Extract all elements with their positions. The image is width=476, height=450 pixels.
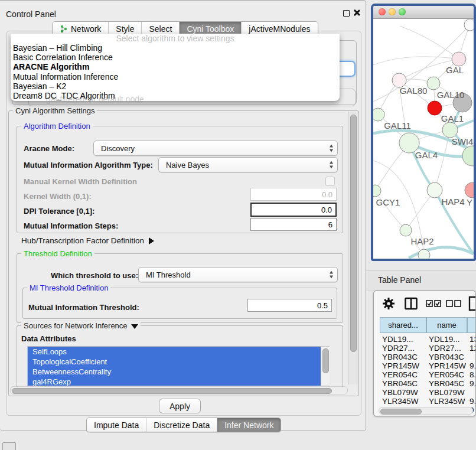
network-node-swi4[interactable] bbox=[442, 122, 458, 138]
table-row[interactable]: YER054CYER054C8. bbox=[380, 370, 476, 379]
hub-definition-toggle[interactable]: Hub/Transcription Factor Definition bbox=[21, 236, 154, 245]
dpi-tolerance-field[interactable]: 0.0 bbox=[250, 203, 337, 217]
minimize-traffic-light-icon[interactable] bbox=[389, 8, 396, 15]
mi-type-label: Mutual Information Algorithm Type: bbox=[24, 161, 153, 169]
table-cell: YPR145W bbox=[429, 361, 466, 370]
table-cell: YDL19... bbox=[429, 335, 466, 344]
table-row[interactable]: YPR145WYPR145W9. bbox=[380, 361, 476, 370]
network-edge[interactable] bbox=[400, 26, 459, 59]
network-window-titlebar[interactable] bbox=[373, 6, 474, 19]
algorithm-option-aracne-algorithm[interactable]: ARACNE Algorithm bbox=[11, 62, 340, 71]
node-label: GAL bbox=[446, 65, 464, 75]
algorithm-option-bayesian-k2[interactable]: Bayesian – K2 bbox=[11, 81, 340, 91]
network-node[interactable] bbox=[462, 146, 474, 166]
algorithm-dropdown-list: Select algorithm to view settings Bayesi… bbox=[11, 34, 340, 101]
algorithm-option-bayesian-hill-climbing[interactable]: Bayesian – Hill Climbing bbox=[11, 43, 340, 53]
tab-label: Infer Network bbox=[224, 420, 273, 430]
tab-label: Select bbox=[149, 24, 172, 34]
network-edge[interactable] bbox=[373, 57, 459, 65]
table-row[interactable]: YDR27...YDR27...12 bbox=[380, 344, 476, 353]
tab-label: jActiveMNodules bbox=[249, 24, 310, 34]
sources-title-text: Sources for Network Inference bbox=[24, 321, 128, 330]
tab-impute-data[interactable]: Impute Data bbox=[87, 418, 146, 432]
network-node-gal11[interactable] bbox=[373, 108, 384, 121]
scrollbar-thumb[interactable] bbox=[380, 409, 422, 415]
network-node[interactable] bbox=[464, 19, 474, 31]
kernel-width-field[interactable]: 0.0 bbox=[250, 188, 337, 201]
mi-type-value: Naive Bayes bbox=[166, 161, 209, 169]
mi-type-combo[interactable]: Naive Bayes bbox=[158, 157, 338, 172]
settings-vertical-scrollbar[interactable] bbox=[348, 112, 358, 384]
aracne-mode-combo[interactable]: Discovery bbox=[93, 141, 338, 156]
aracne-mode-value: Discovery bbox=[101, 144, 135, 153]
close-icon[interactable] bbox=[353, 9, 360, 16]
zoom-traffic-light-icon[interactable] bbox=[399, 8, 406, 15]
tab-label: Cyni Toolbox bbox=[187, 24, 234, 34]
tab-infer-network[interactable]: Infer Network bbox=[217, 418, 281, 432]
unchecked-boxes-icon[interactable] bbox=[446, 300, 462, 307]
network-view-window[interactable]: GALGAL80GAL10GAL1SWI4GAL11GAL4GCY1HAP4YH… bbox=[371, 4, 476, 261]
column-header-a[interactable]: A bbox=[467, 317, 476, 333]
table-row[interactable]: YBL079WYBL079W bbox=[380, 388, 476, 397]
apply-button[interactable]: Apply bbox=[159, 399, 201, 413]
close-traffic-light-icon[interactable] bbox=[379, 8, 386, 15]
algorithm-option-basic-correlation-inference[interactable]: Basic Correlation Inference bbox=[11, 53, 340, 62]
float-window-icon[interactable] bbox=[343, 10, 350, 17]
table-row[interactable]: YDL19...YDL19...13 bbox=[380, 335, 476, 344]
mi-threshold-field[interactable]: 0.5 bbox=[247, 299, 332, 312]
network-node-gal[interactable] bbox=[452, 52, 466, 66]
which-threshold-value: MI Threshold bbox=[146, 270, 191, 279]
table-horizontal-scrollbar[interactable] bbox=[379, 407, 473, 415]
tab-label: Discretize Data bbox=[154, 420, 210, 430]
network-node-gcy1[interactable] bbox=[373, 185, 381, 197]
algorithm-option-mutual-information-inference[interactable]: Mutual Information Inference bbox=[11, 72, 340, 81]
table-row[interactable]: YBR045CYBR045C9. bbox=[380, 379, 476, 388]
gear-icon[interactable] bbox=[382, 297, 395, 310]
node-label: HAP4 bbox=[441, 197, 464, 207]
table-cell: YBR043C bbox=[382, 353, 425, 361]
mi-steps-field[interactable]: 6 bbox=[250, 218, 337, 231]
network-node-hap4[interactable] bbox=[427, 182, 442, 198]
table-cell: YPR145W bbox=[382, 361, 425, 370]
network-canvas[interactable]: GALGAL80GAL10GAL1SWI4GAL11GAL4GCY1HAP4YH… bbox=[373, 19, 474, 259]
data-attribute-item[interactable]: BetweennessCentrality bbox=[28, 367, 323, 377]
manual-kernel-checkbox[interactable] bbox=[325, 177, 335, 186]
settings-horizontal-scrollbar[interactable] bbox=[10, 386, 348, 394]
scrollbar-thumb[interactable] bbox=[350, 115, 357, 352]
scrollbar-thumb[interactable] bbox=[12, 388, 332, 394]
mi-threshold-label: Mutual Information Threshold: bbox=[28, 303, 139, 312]
data-attribute-item[interactable]: SelfLoops bbox=[28, 347, 323, 357]
table-cell: YBL079W bbox=[429, 388, 466, 397]
stepper-icon bbox=[328, 271, 334, 279]
tab-discretize-data[interactable]: Discretize Data bbox=[146, 418, 217, 432]
network-node-gal10[interactable] bbox=[427, 77, 440, 90]
table-cell: YER054C bbox=[382, 370, 425, 379]
data-attribute-item[interactable]: gal4RGexp bbox=[28, 377, 323, 386]
column-header-name[interactable]: name bbox=[426, 317, 467, 333]
scrollbar-thumb[interactable] bbox=[322, 348, 329, 373]
expanded-arrow-icon bbox=[131, 324, 138, 329]
aracne-mode-label: Aracne Mode: bbox=[24, 144, 74, 153]
table-row[interactable]: YLR345WYLR345W9. bbox=[380, 397, 476, 406]
table-cell: 9. bbox=[470, 361, 476, 370]
node-label: GAL11 bbox=[384, 120, 411, 131]
dropdown-placeholder: Select algorithm to view settings bbox=[11, 34, 340, 43]
docked-panel-icon[interactable] bbox=[2, 442, 16, 450]
network-node-gal1[interactable] bbox=[428, 101, 442, 115]
network-node-hap2[interactable] bbox=[400, 224, 412, 236]
table-cell: YBR043C bbox=[429, 353, 466, 361]
which-threshold-combo[interactable]: MI Threshold bbox=[138, 267, 338, 282]
data-attribute-item[interactable]: TopologicalCoefficient bbox=[28, 357, 323, 367]
split-columns-icon[interactable] bbox=[405, 297, 418, 310]
node-label: HAP2 bbox=[410, 236, 433, 246]
file-icon[interactable] bbox=[468, 296, 476, 311]
table-window: shared...nameAYDL19...YDL19...13YDR27...… bbox=[373, 291, 476, 416]
table-row[interactable]: YBR043CYBR043C bbox=[380, 353, 476, 361]
network-node[interactable] bbox=[418, 249, 430, 259]
network-node-y[interactable] bbox=[465, 182, 474, 198]
table-cell: YDR27... bbox=[429, 344, 466, 353]
checked-boxes-icon[interactable] bbox=[426, 300, 442, 307]
column-header-shared[interactable]: shared... bbox=[380, 317, 426, 333]
kernel-width-label: Kernel Width (0,1): bbox=[24, 192, 92, 201]
sources-group-title[interactable]: Sources for Network Inference bbox=[21, 321, 141, 330]
